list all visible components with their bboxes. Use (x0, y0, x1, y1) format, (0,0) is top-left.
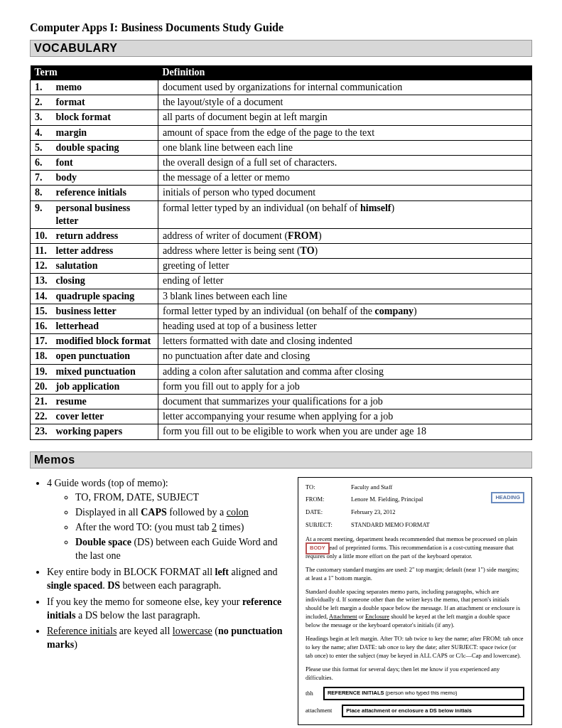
vocabulary-table: Term Definition 1.memodocument used by o… (30, 65, 532, 440)
memo-bullets: 4 Guide words (top of memo): TO, FROM, D… (30, 477, 291, 655)
table-row: 16.letterheadheading used at top of a bu… (31, 319, 532, 334)
heading-label: HEADING (491, 492, 524, 504)
table-row: 11.letter addressaddress where letter is… (31, 244, 532, 259)
vocabulary-header: VOCABULARY (30, 40, 532, 57)
table-row: 22.cover letterletter accompanying your … (31, 410, 532, 424)
memo-sample: HEADING TO:Faculty and Staff FROM:Lenore… (298, 477, 532, 726)
table-row: 7.bodythe message of a letter or memo (31, 171, 532, 186)
table-row: 19.mixed punctuationadding a colon after… (31, 364, 532, 379)
table-row: 13.closingending of letter (31, 274, 532, 289)
table-row: 2.formatthe layout/style of a document (31, 95, 532, 110)
table-row: 8.reference initialsinitials of person w… (31, 186, 532, 200)
table-row: 1.memodocument used by organizations for… (31, 80, 532, 95)
page-title: Computer Apps I: Business Documents Stud… (30, 21, 532, 34)
table-row: 12.salutationgreeting of letter (31, 259, 532, 274)
body-label: BODY (306, 542, 330, 555)
memos-header: Memos (30, 451, 532, 469)
table-row: 17.modified block formatletters formatte… (31, 334, 532, 349)
table-row: 3.block formatall parts of document begi… (31, 110, 532, 125)
table-row: 5.double spacingone blank line between e… (31, 140, 532, 155)
table-row: 10.return addressaddress of writer of do… (31, 228, 532, 243)
col-definition: Definition (158, 65, 532, 80)
col-term: Term (31, 65, 158, 80)
table-row: 4.marginamount of space from the edge of… (31, 125, 532, 140)
table-row: 15.business letterformal letter typed by… (31, 304, 532, 318)
table-row: 9.personal business letterformal letter … (31, 200, 532, 228)
table-row: 18.open punctuationno punctuation after … (31, 349, 532, 364)
table-row: 21.resumedocument that summarizes your q… (31, 394, 532, 409)
table-row: 20.job applicationform you fill out to a… (31, 379, 532, 394)
table-row: 23.working papersform you fill out to be… (31, 424, 532, 439)
table-row: 6.fontthe overall design of a full set o… (31, 155, 532, 170)
table-row: 14.quadruple spacing3 blank lines betwee… (31, 289, 532, 304)
